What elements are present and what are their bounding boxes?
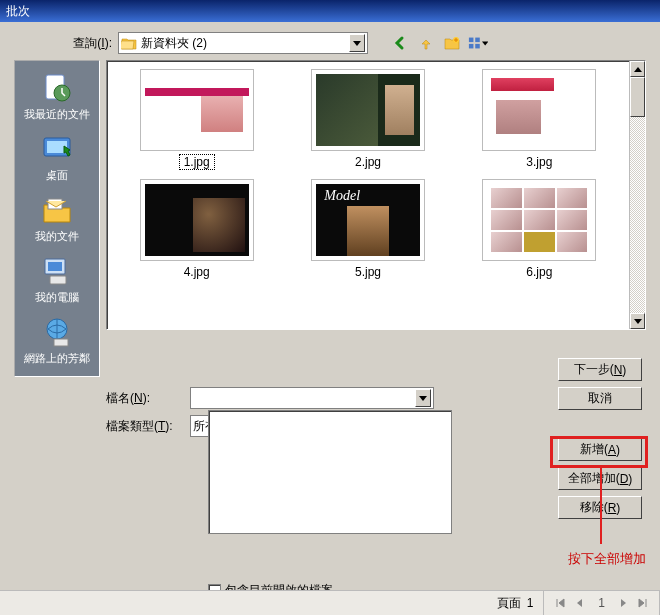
scroll-track[interactable] [630,77,645,313]
next-button[interactable]: 下一步(N) [558,358,642,381]
place-mycomp[interactable]: 我的電腦 [15,250,99,309]
thumbnail-image [140,69,254,151]
prev-page-button[interactable] [572,596,586,610]
file-name: 5.jpg [355,265,381,279]
thumbnail-image [482,69,596,151]
lookin-combo[interactable]: 新資料夾 (2) [118,32,368,54]
file-thumbnail[interactable]: 3.jpg [456,69,623,169]
page-indicator: 頁面 1 [487,591,545,615]
cancel-button[interactable]: 取消 [558,387,642,410]
svg-rect-4 [475,44,480,49]
file-thumbnail[interactable]: 5.jpg [284,179,451,279]
svg-rect-14 [54,339,68,346]
file-name: 1.jpg [180,155,214,169]
new-folder-icon[interactable] [442,33,462,53]
status-bar: 頁面 1 1 [0,590,660,615]
place-label: 我的文件 [35,229,79,244]
place-label: 網路上的芳鄰 [24,351,90,366]
places-bar: 我最近的文件桌面我的文件我的電腦網路上的芳鄰 [14,60,100,377]
svg-rect-11 [48,262,62,271]
lookin-value: 新資料夾 (2) [141,35,349,52]
file-name: 2.jpg [355,155,381,169]
add-all-button[interactable]: 全部增加(D) [558,467,642,490]
thumbnail-image [482,179,596,261]
first-page-button[interactable] [554,596,568,610]
next-page-button[interactable] [617,596,631,610]
thumbnail-image [311,179,425,261]
back-icon[interactable] [390,33,410,53]
filename-combo[interactable] [190,387,434,409]
file-name: 6.jpg [526,265,552,279]
scroll-down-button[interactable] [630,313,645,329]
place-mydocs[interactable]: 我的文件 [15,189,99,248]
dropdown-button[interactable] [415,389,431,407]
scroll-up-button[interactable] [630,61,645,77]
svg-rect-2 [475,38,480,43]
view-menu-icon[interactable] [468,33,488,53]
place-label: 桌面 [46,168,68,183]
add-button[interactable]: 新增(A) [558,438,642,461]
batch-dialog: 批次 查詢(I): 新資料夾 (2) 我最近的文件桌面我的文件我的電腦網路上的芳… [0,0,660,590]
file-thumbnail[interactable]: 1.jpg [113,69,280,169]
remove-button[interactable]: 移除(R) [558,496,642,519]
selected-files-list[interactable] [208,410,452,534]
scroll-thumb[interactable] [630,77,645,117]
place-recent[interactable]: 我最近的文件 [15,67,99,126]
file-thumbnail[interactable]: 2.jpg [284,69,451,169]
window-title: 批次 [6,4,30,18]
dropdown-button[interactable] [349,34,365,52]
place-network[interactable]: 網路上的芳鄰 [15,311,99,370]
lookin-label: 查詢(I): [60,35,114,52]
thumbnail-image [140,179,254,261]
last-page-button[interactable] [635,596,649,610]
vertical-scrollbar[interactable] [629,61,645,329]
svg-rect-3 [469,44,474,49]
file-name: 3.jpg [526,155,552,169]
filename-label: 檔名(N): [106,390,186,407]
svg-rect-1 [469,38,474,43]
svg-rect-12 [50,276,66,284]
page-total: 1 [598,596,605,610]
up-icon[interactable] [416,33,436,53]
folder-icon [121,36,137,50]
place-desktop[interactable]: 桌面 [15,128,99,187]
file-thumbnail[interactable]: 4.jpg [113,179,280,279]
file-name: 4.jpg [184,265,210,279]
annotation-text: 按下全部增加 [568,550,646,568]
file-listing: 1.jpg2.jpg3.jpg4.jpg5.jpg6.jpg [106,60,646,330]
filetype-label: 檔案類型(T): [106,418,186,435]
file-thumbnail[interactable]: 6.jpg [456,179,623,279]
thumbnail-image [311,69,425,151]
place-label: 我的電腦 [35,290,79,305]
titlebar: 批次 [0,0,660,22]
place-label: 我最近的文件 [24,107,90,122]
